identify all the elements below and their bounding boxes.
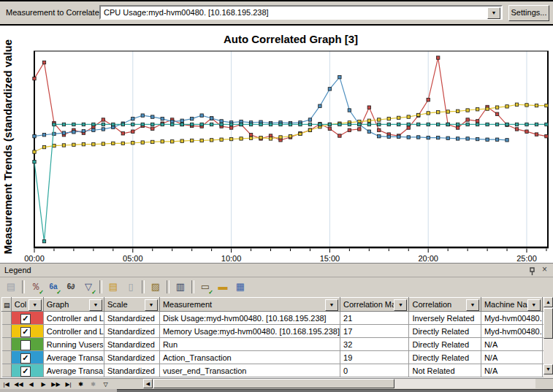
horizontal-scrollbar[interactable]: ◀ [143,379,535,388]
prev-page-button[interactable]: ◀◀ [12,380,25,389]
scale-cell[interactable]: Standardized [104,338,159,351]
column-filter-dropdown-icon[interactable]: ▼ [325,299,338,311]
scale-cell[interactable]: Standardized [104,364,159,377]
scroll-up-icon[interactable]: ▲ [544,297,553,307]
legend-panel: Legend × ▤％✓6a✓6∂▽✓▤▯▨▥▭✓▬▦ ▤Col▼Graph▼S… [0,263,553,392]
correlation-match-cell[interactable]: 19 [340,351,409,364]
scale-cell[interactable]: Standardized [104,325,159,338]
chevron-down-icon[interactable]: ▼ [487,7,500,19]
series-visibility-checkbox[interactable]: ✓ [20,353,31,364]
configure-measurement-icon[interactable]: 6a✓ [45,280,61,294]
settings-button[interactable]: Settings... [508,5,549,21]
measurement-cell[interactable]: Disk Usage:myd-hvm00480. [10.168.195.238… [159,312,340,325]
series-marker [289,134,291,137]
first-record-button[interactable]: |◀ [0,380,12,389]
column-header-machine-na[interactable]: Machine Na▼ [481,298,542,312]
series-marker [141,114,144,117]
scroll-down-icon[interactable]: ▼ [544,364,553,374]
row-selector[interactable] [2,312,12,325]
legend-row[interactable]: ✓Average TransaStandardizedvuser_end_Tra… [2,364,553,377]
legend-row[interactable]: ✓Controller and LStandardizedMemory Usag… [2,325,553,338]
series-visibility-checkbox[interactable]: ✓ [20,314,31,324]
series-marker [328,88,331,91]
measurement-cell[interactable]: Run [159,338,340,351]
close-icon[interactable]: × [540,264,549,274]
correlation-cell[interactable]: Directly Related [409,325,481,338]
legend-row[interactable]: Running VusersStandardizedRun32Directly … [2,338,553,351]
column-header-selector[interactable]: ▤ [2,298,12,312]
graph-cell[interactable]: Average Transa [43,351,104,364]
series-visibility-checkbox[interactable]: ✓ [20,366,31,377]
machine-cell[interactable]: Myd-hvm00480. [481,312,542,325]
horizontal-scroll-thumb[interactable] [153,379,394,388]
series-marker [259,123,262,126]
row-selector[interactable] [2,325,12,338]
select-columns-icon[interactable]: ▥ [172,280,188,294]
correlation-cell[interactable]: Inversely Related [409,312,481,325]
insert-record-button[interactable]: ✱ [75,380,87,389]
column-header-correlation-matc[interactable]: Correlation Matc▼ [340,298,409,312]
last-record-button[interactable]: ▶| [62,380,75,389]
graph-cell[interactable]: Controller and L [43,312,104,325]
correlation-match-cell[interactable]: 17 [340,325,409,338]
graph-cell[interactable]: Average Transa [43,364,104,377]
correlation-match-cell[interactable]: 0 [340,364,409,377]
scale-cell[interactable]: Standardized [104,312,159,325]
column-filter-dropdown-icon[interactable]: ▼ [89,299,102,311]
column-header-measurement[interactable]: Measurement▼ [159,298,340,312]
filter-icon[interactable]: ▽✓ [80,280,96,294]
row-selector[interactable] [2,338,12,351]
next-page-button[interactable]: ▶▶ [50,380,62,389]
ruler-icon[interactable]: ▬ [215,280,231,294]
correlation-cell[interactable]: Directly Related [409,338,481,351]
legend-row[interactable]: ✓Average TransaStandardizedAction_Transa… [2,351,553,364]
scroll-left-icon[interactable]: ◀ [143,379,153,388]
column-filter-dropdown-icon[interactable]: ▼ [466,299,479,311]
next-record-button[interactable]: ▶ [37,380,50,389]
legend-row[interactable]: ✓Controller and LStandardizedDisk Usage:… [2,312,553,325]
column-filter-dropdown-icon[interactable]: ▼ [394,299,407,311]
pin-icon[interactable] [527,266,537,275]
machine-cell[interactable]: N/A [481,364,542,377]
prev-record-button[interactable]: ◀ [25,380,37,389]
graph-cell[interactable]: Controller and L [43,325,104,338]
column-header-correlation[interactable]: Correlation▼ [409,298,481,312]
measurement-dropdown[interactable]: CPU Usage:myd-hvm00480. [10.168.195.238]… [99,5,503,20]
column-filter-dropdown-icon[interactable]: ▼ [28,299,42,311]
series-visibility-checkbox[interactable]: ✓ [20,327,31,337]
machine-cell[interactable]: N/A [481,338,542,351]
column-filter-dropdown-icon[interactable]: ▼ [527,299,541,311]
correlation-match-cell[interactable]: 21 [340,312,409,325]
scale-cell[interactable]: Standardized [104,351,159,364]
toolbar-separator [191,280,194,293]
column-header-scale[interactable]: Scale▼ [104,298,159,312]
vertical-scrollbar[interactable]: ▲ ▼ [544,297,553,378]
measurement-cell[interactable]: vuser_end_Transaction [159,364,340,377]
column-filter-dropdown-icon[interactable]: ▼ [145,299,158,311]
correlation-cell[interactable]: Directly Related [409,351,481,364]
measurement-description-icon[interactable]: 6∂ [63,280,79,294]
correlation-cell[interactable]: Not Related [409,364,481,377]
series-marker [33,134,36,137]
column-header-graph[interactable]: Graph▼ [43,298,104,312]
machine-cell[interactable]: N/A [481,351,542,364]
filter-records-button[interactable]: ▽ [99,380,112,389]
series-visibility-checkbox[interactable] [20,340,31,350]
measurement-cell[interactable]: Memory Usage:myd-hvm00480. [10.168.195.2… [159,325,340,338]
series-marker [220,120,223,123]
correlation-match-cell[interactable]: 32 [340,338,409,351]
grid-icon[interactable]: ▦ [232,280,248,294]
graph-cell[interactable]: Running Vusers [43,338,104,351]
export-icon[interactable]: ▤ [105,280,121,294]
measurement-cell[interactable]: Action_Transaction [159,351,340,364]
row-selector[interactable] [2,364,12,377]
series-marker [436,56,439,59]
percent-measurement-icon[interactable]: ％✓ [28,280,44,294]
vertical-scroll-thumb[interactable] [544,308,553,339]
web-breakdown-icon[interactable]: ▨ [148,280,164,294]
column-header-col[interactable]: Col▼ [11,298,43,312]
machine-cell[interactable]: Myd-hvm00480. [481,325,542,338]
ruler-check-icon[interactable]: ▭✓ [197,280,213,294]
row-selector[interactable] [2,351,12,364]
series-marker [535,104,538,107]
